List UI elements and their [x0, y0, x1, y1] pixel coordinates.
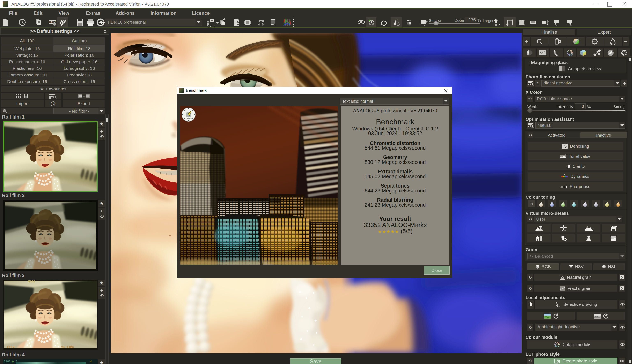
svg-text:+: +: [83, 94, 85, 98]
svg-text:ANALOG: ANALOG: [187, 118, 193, 119]
